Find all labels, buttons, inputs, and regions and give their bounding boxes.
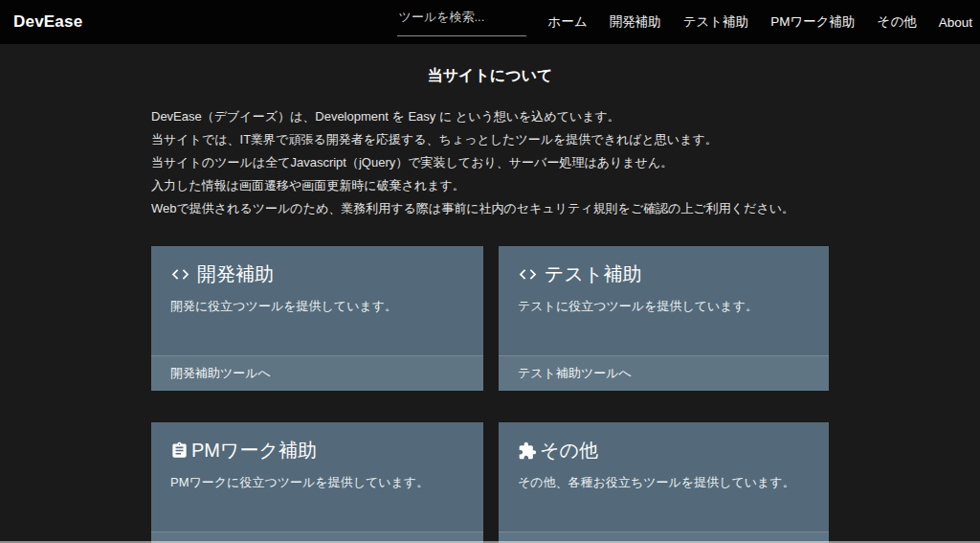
card-footer: 開発補助ツールへ — [151, 355, 483, 391]
card-link-dev-tools[interactable]: 開発補助ツールへ — [170, 365, 271, 382]
nav-item-home[interactable]: ホーム — [548, 13, 588, 31]
nav-item-other-tools[interactable]: その他 — [878, 13, 917, 31]
nav-item-about[interactable]: About — [939, 15, 972, 30]
card-test-tools[interactable]: テスト補助 テストに役立つツールを提供しています。 テスト補助ツールへ — [499, 246, 829, 391]
code-icon — [170, 264, 190, 284]
nav-item-test-tools[interactable]: テスト補助 — [683, 13, 748, 31]
main-nav: ホーム 開発補助 テスト補助 PMワーク補助 その他 About — [548, 13, 972, 31]
card-title: テスト補助 — [545, 261, 641, 287]
card-link-test-tools[interactable]: テスト補助ツールへ — [518, 365, 632, 382]
search-input[interactable] — [397, 8, 526, 36]
category-cards: 開発補助 開発に役立つツールを提供しています。 開発補助ツールへ テスト補助 — [151, 246, 829, 543]
nav-item-dev-tools[interactable]: 開発補助 — [610, 13, 661, 31]
about-intro: DevEase（デブイーズ）は、Development を Easy に という… — [151, 105, 829, 220]
card-body: 開発補助 開発に役立つツールを提供しています。 — [151, 246, 483, 315]
card-body: その他 その他、各種お役立ちツールを提供しています。 — [499, 422, 829, 491]
card-title: 開発補助 — [197, 261, 274, 287]
about-paragraph: 当サイトのツールは全てJavascript（jQuery）で実装しており、サーバ… — [151, 151, 829, 174]
card-body: PMワーク補助 PMワークに役立つツールを提供しています。 — [151, 422, 483, 491]
card-body: テスト補助 テストに役立つツールを提供しています。 — [499, 246, 829, 315]
card-title-row: PMワーク補助 — [170, 438, 464, 464]
card-other-tools[interactable]: その他 その他、各種お役立ちツールを提供しています。 その他ツールへ — [499, 422, 829, 543]
site-logo[interactable]: DevEase — [13, 12, 82, 32]
card-description: テストに役立つツールを提供しています。 — [518, 298, 810, 315]
card-title-row: その他 — [518, 438, 810, 464]
card-description: PMワークに役立つツールを提供しています。 — [170, 474, 464, 491]
puzzle-icon — [518, 441, 537, 461]
main-content: 当サイトについて DevEase（デブイーズ）は、Development を E… — [151, 44, 829, 543]
card-dev-tools[interactable]: 開発補助 開発に役立つツールを提供しています。 開発補助ツールへ — [151, 246, 483, 391]
card-footer: テスト補助ツールへ — [499, 355, 829, 391]
page-title: 当サイトについて — [151, 66, 829, 86]
nav-item-pm-tools[interactable]: PMワーク補助 — [770, 13, 855, 31]
card-title: その他 — [540, 438, 598, 464]
card-title-row: テスト補助 — [518, 261, 810, 287]
about-paragraph: DevEase（デブイーズ）は、Development を Easy に という… — [151, 105, 829, 128]
clipboard-icon — [170, 441, 189, 460]
about-paragraph: 入力した情報は画面遷移や画面更新時に破棄されます。 — [151, 174, 829, 197]
header-right: ホーム 開発補助 テスト補助 PMワーク補助 その他 About — [397, 8, 972, 36]
about-paragraph: 当サイトでは、IT業界で頑張る開発者を応援する、ちょっとしたツールを提供できれば… — [151, 128, 829, 151]
about-paragraph: Webで提供されるツールのため、業務利用する際は事前に社内のセキュリティ規則をご… — [151, 197, 829, 220]
card-title-row: 開発補助 — [170, 261, 464, 287]
card-title: PMワーク補助 — [191, 438, 317, 464]
card-pm-tools[interactable]: PMワーク補助 PMワークに役立つツールを提供しています。 PMワーク補助ツール… — [151, 422, 483, 543]
site-header: DevEase ホーム 開発補助 テスト補助 PMワーク補助 その他 About — [0, 0, 980, 44]
card-description: 開発に役立つツールを提供しています。 — [170, 298, 464, 315]
code-icon — [518, 264, 538, 284]
card-description: その他、各種お役立ちツールを提供しています。 — [518, 474, 810, 491]
